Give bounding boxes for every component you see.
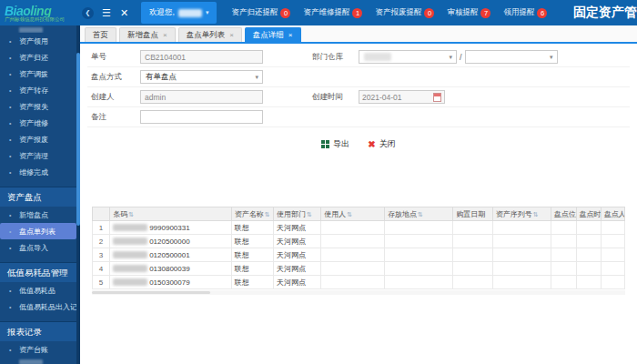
warehouse-select[interactable]: ▾	[465, 50, 558, 64]
sidebar-item-asset-scrap[interactable]: •资产报废	[0, 131, 76, 147]
notification-asset-repair[interactable]: 资产维修提醒 1	[303, 7, 362, 18]
notification-label: 审核提醒	[447, 7, 478, 18]
sidebar-section-consumables[interactable]: 低值易耗品管理	[0, 262, 80, 282]
calendar-icon[interactable]	[433, 93, 441, 102]
hamburger-menu-icon[interactable]: ☰	[102, 7, 111, 19]
empty-cell	[551, 221, 576, 235]
tab-home[interactable]: 首页	[85, 27, 116, 42]
sidebar-item-repair-complete[interactable]: •维修完成	[0, 164, 76, 180]
notification-requisition[interactable]: 领用提醒 6	[503, 7, 547, 18]
sidebar-item-label: 盘点导入	[19, 243, 48, 253]
col-inventory-person[interactable]: 盘点人⇅	[601, 207, 624, 221]
col-serial-no[interactable]: 资产序列号⇅	[492, 207, 551, 221]
close-all-tabs-icon[interactable]: ✕	[120, 7, 128, 19]
remark-field[interactable]	[140, 110, 263, 124]
sidebar-item-consumables-io-log[interactable]: •低值易耗品出入记录	[0, 298, 76, 315]
row-number: 5	[93, 276, 110, 289]
remark-label: 备注	[87, 112, 140, 123]
order-no-label: 单号	[87, 52, 140, 63]
tab-inventory-detail[interactable]: 盘点详细×	[245, 27, 301, 42]
close-tab-icon[interactable]: ×	[229, 31, 234, 39]
sidebar-item-label: 资产报废	[19, 135, 48, 145]
sidebar-section-asset-inventory[interactable]: 资产盘点	[0, 187, 80, 207]
asset-name-cell: 联想	[231, 235, 273, 248]
notification-asset-return[interactable]: 资产归还提醒 0	[231, 7, 290, 18]
sidebar-item-asset-cleanup[interactable]: •资产清理	[0, 147, 76, 164]
date-value: 2021-04-01	[362, 93, 401, 102]
empty-cell	[576, 262, 601, 276]
empty-cell	[321, 221, 385, 235]
empty-cell	[384, 248, 452, 262]
sidebar-item-new-inventory[interactable]: •新增盘点	[0, 207, 76, 223]
col-department[interactable]: 使用部门⇅	[274, 207, 321, 221]
sidebar-item-asset-transfer[interactable]: •资产调拨	[0, 66, 76, 82]
empty-cell	[453, 276, 493, 289]
empty-cell	[453, 221, 493, 235]
chevron-left-icon: ❮	[86, 9, 91, 16]
col-purchase-date[interactable]: 购置日期	[453, 207, 493, 221]
table-row[interactable]: 5 0150300079 联想 天河网点	[93, 276, 625, 289]
tab-new-inventory[interactable]: 新增盘点×	[119, 27, 176, 42]
table-header-row: 条码⇅ 资产名称⇅ 使用部门⇅ 使用人⇅ 存放地点⇅ 购置日期 资产序列号⇅ 盘…	[93, 207, 625, 221]
sort-icon: ⇅	[265, 211, 270, 217]
table-row[interactable]: 1 9990900331 联想 天河网点	[93, 221, 625, 235]
table-row[interactable]: 4 0130800039 联想 天河网点	[93, 262, 625, 276]
table-horizontal-scrollbar[interactable]	[92, 290, 625, 295]
scrollbar-thumb[interactable]	[92, 291, 210, 294]
col-inventory-position[interactable]: 盘点位置⇅	[551, 207, 576, 221]
inventory-method-select[interactable]: 有单盘点▾	[140, 70, 263, 84]
empty-cell	[321, 276, 385, 289]
create-time-field[interactable]: 2021-04-01	[359, 90, 445, 104]
export-button[interactable]: 导出	[321, 138, 349, 150]
sidebar-item-asset-repair[interactable]: •资产维修	[0, 115, 76, 131]
empty-cell	[601, 248, 624, 262]
user-name-redacted	[178, 9, 202, 17]
sidebar-item-asset-store[interactable]: •资产转存	[0, 82, 76, 98]
sidebar-item-asset-ledger[interactable]: •资产台账	[0, 341, 76, 358]
sidebar-item-label: 资产清理	[19, 151, 48, 161]
empty-cell	[551, 235, 576, 248]
bullet-icon: •	[9, 120, 11, 126]
sidebar-item-asset-return[interactable]: •资产归还	[0, 49, 76, 66]
sort-icon: ⇅	[533, 211, 539, 217]
col-barcode[interactable]: 条码⇅	[110, 207, 231, 221]
table-row[interactable]: 2 0120500000 联想 天河网点	[93, 235, 625, 248]
sidebar-item-inventory-list[interactable]: •盘点单列表	[0, 223, 76, 239]
sidebar-item-label: 资产归还	[19, 53, 48, 63]
col-asset-name[interactable]: 资产名称⇅	[231, 207, 273, 221]
department-select[interactable]: ▾	[359, 50, 457, 64]
col-inventory-time[interactable]: 盘点时间⇅	[576, 207, 601, 221]
sidebar-item-asset-requisition[interactable]: •资产领用	[0, 33, 76, 49]
sidebar-item-clipped-bottom[interactable]	[0, 358, 76, 364]
collapse-sidebar-button[interactable]: ❮	[82, 7, 94, 19]
tab-inventory-list[interactable]: 盘点单列表×	[178, 27, 242, 42]
sidebar-item-consumables[interactable]: •低值易耗品	[0, 282, 76, 298]
close-button[interactable]: ✖ 关闭	[368, 138, 395, 150]
sidebar: •资产领用 •资产归还 •资产调拨 •资产转存 •资产报失 •资产维修 •资产报…	[0, 25, 80, 364]
col-user[interactable]: 使用人⇅	[321, 207, 385, 221]
barcode-prefix-redacted	[113, 278, 147, 286]
notification-asset-scrap[interactable]: 资产报废提醒 0	[375, 7, 434, 18]
empty-cell	[576, 276, 601, 289]
bullet-icon: •	[9, 104, 11, 110]
col-location[interactable]: 存放地点⇅	[384, 207, 452, 221]
order-no-field[interactable]	[140, 50, 263, 64]
sidebar-item-clipped[interactable]	[0, 25, 76, 33]
close-tab-icon[interactable]: ×	[163, 31, 167, 39]
sidebar-item-label: 资产台账	[19, 345, 48, 355]
creator-field[interactable]	[140, 90, 263, 104]
tab-label: 新增盘点	[127, 30, 158, 41]
notification-audit[interactable]: 审核提醒 7	[447, 7, 490, 18]
sidebar-item-asset-loss[interactable]: •资产报失	[0, 98, 76, 115]
close-tab-icon[interactable]: ×	[288, 31, 293, 39]
bullet-icon: •	[9, 87, 11, 94]
table-row[interactable]: 3 0120500001 联想 天河网点	[93, 248, 625, 262]
form-row: 单号 部门仓库 ▾ / ▾	[87, 47, 630, 67]
user-menu-button[interactable]: 欢迎您,▾	[141, 2, 217, 24]
sidebar-item-inventory-import[interactable]: •盘点导入	[0, 239, 76, 256]
empty-cell	[551, 248, 576, 262]
empty-cell	[576, 248, 601, 262]
empty-cell	[492, 262, 551, 276]
empty-cell	[321, 235, 385, 248]
sidebar-section-reports[interactable]: 报表记录	[0, 321, 80, 341]
